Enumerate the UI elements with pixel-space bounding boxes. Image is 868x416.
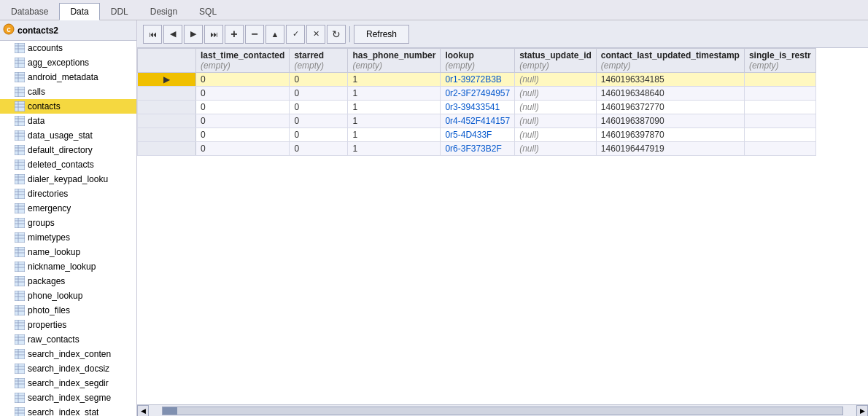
sidebar-item-agg_exceptions[interactable]: agg_exceptions (0, 55, 136, 70)
sidebar-item-directories[interactable]: directories (0, 187, 136, 201)
sidebar-item-data_usage_stat[interactable]: data_usage_stat (0, 128, 136, 143)
sidebar-item-search_index_segdir[interactable]: search_index_segdir (0, 376, 136, 391)
first-button[interactable]: ⏮ (143, 25, 162, 44)
svg-rect-74 (15, 305, 25, 315)
sidebar-item-phone_lookup[interactable]: phone_lookup (0, 289, 136, 303)
sidebar-item-search_index_stat[interactable]: search_index_stat (0, 405, 136, 416)
table-icon (15, 58, 25, 68)
sidebar-item-label: deleted_contacts (28, 160, 94, 170)
sidebar-item-accounts[interactable]: accounts (0, 41, 136, 55)
table-icon (15, 393, 25, 403)
next-button[interactable]: ▶ (184, 25, 203, 44)
sidebar-item-search_index_docsiz[interactable]: search_index_docsiz (0, 361, 136, 376)
sidebar-item-emergency[interactable]: emergency (0, 201, 136, 216)
table-icon (15, 130, 25, 141)
prev-button[interactable]: ◀ (163, 25, 182, 44)
col-filter: (empty) (352, 60, 435, 71)
table-row[interactable]: 0010r3-39433541(null)1460196372770 (138, 101, 816, 114)
lookup-value: 0r3-39433541 (445, 102, 500, 112)
sidebar-item-deleted_contacts[interactable]: deleted_contacts (0, 157, 136, 172)
check-button[interactable]: ✓ (286, 25, 305, 44)
sidebar-item-mimetypes[interactable]: mimetypes (0, 230, 136, 245)
sidebar-item-contacts[interactable]: contacts (0, 99, 136, 114)
data-grid-container[interactable]: last_time_contacted(empty)starred(empty)… (137, 48, 868, 404)
cell-status_update_id: (null) (515, 87, 597, 101)
toolbar: ⏮ ◀ ▶ ⏭ + − ▲ ✓ ✕ ↻ Refresh (137, 20, 868, 48)
cancel-button[interactable]: ✕ (306, 25, 325, 44)
sidebar-item-label: packages (28, 276, 65, 286)
cell-starred: 0 (290, 101, 348, 114)
row-indicator (138, 101, 196, 114)
tab-data[interactable]: Data (59, 3, 99, 20)
num-value: 0 (294, 116, 299, 126)
cell-contact_last_updated_timestamp: 1460196348640 (596, 87, 744, 101)
svg-rect-70 (15, 291, 25, 301)
table-row[interactable]: 0010r6-3F373B2F(null)1460196447919 (138, 142, 816, 156)
col-header-has_phone_number: has_phone_number(empty) (348, 49, 441, 73)
num-value: 1 (352, 102, 357, 112)
sidebar-item-dialer_keypad_looku[interactable]: dialer_keypad_looku (0, 172, 136, 187)
sidebar-item-raw_contacts[interactable]: raw_contacts (0, 332, 136, 347)
tab-ddl[interactable]: DDL (100, 2, 139, 20)
table-icon (15, 320, 25, 330)
tab-design[interactable]: Design (139, 2, 188, 20)
last-button[interactable]: ⏭ (204, 25, 223, 44)
main-layout: c contacts2 accounts agg_exceptions andr… (0, 20, 868, 416)
refresh-button[interactable]: Refresh (354, 25, 409, 44)
sidebar-header: c contacts2 (0, 20, 136, 41)
table-icon (15, 232, 25, 243)
sidebar-item-default_directory[interactable]: default_directory (0, 143, 136, 157)
tab-sql[interactable]: SQL (188, 2, 228, 20)
content-area: ⏮ ◀ ▶ ⏭ + − ▲ ✓ ✕ ↻ Refresh last_time_co… (137, 20, 868, 416)
sidebar-item-packages[interactable]: packages (0, 274, 136, 289)
table-icon (15, 87, 25, 97)
cell-has_phone_number: 1 (348, 128, 441, 142)
table-row[interactable]: 0010r4-452F414157(null)1460196387090 (138, 114, 816, 128)
cell-contact_last_updated_timestamp: 1460196387090 (596, 114, 744, 128)
sidebar-item-photo_files[interactable]: photo_files (0, 303, 136, 318)
num-value: 0 (294, 102, 299, 112)
add-button[interactable]: + (225, 25, 244, 44)
col-name: has_phone_number (352, 50, 435, 60)
tab-database[interactable]: Database (0, 2, 59, 20)
table-row[interactable]: 0010r5-4D433F(null)1460196397870 (138, 128, 816, 142)
sidebar-item-groups[interactable]: groups (0, 216, 136, 230)
table-row[interactable]: 0010r2-3F27494957(null)1460196348640 (138, 87, 816, 101)
sidebar-item-label: search_index_stat (28, 407, 98, 416)
table-icon (15, 203, 25, 213)
sidebar-item-data[interactable]: data (0, 114, 136, 128)
delete-button[interactable]: − (245, 25, 264, 44)
column-headers-row: last_time_contacted(empty)starred(empty)… (138, 49, 816, 73)
sidebar-item-label: photo_files (28, 305, 70, 315)
cell-lookup: 0r4-452F414157 (441, 114, 515, 128)
sidebar-item-label: calls (28, 87, 45, 97)
sidebar-item-calls[interactable]: calls (0, 85, 136, 99)
h-scrollbar-track[interactable] (162, 407, 843, 415)
sidebar-item-search_index_conten[interactable]: search_index_conten (0, 347, 136, 361)
sidebar-item-name_lookup[interactable]: name_lookup (0, 245, 136, 259)
sidebar-item-label: search_index_conten (28, 349, 111, 359)
move-up-button[interactable]: ▲ (266, 25, 284, 44)
cell-starred: 0 (290, 87, 348, 101)
scroll-left-button[interactable]: ◀ (137, 405, 149, 417)
sidebar-item-properties[interactable]: properties (0, 318, 136, 332)
cell-single_is_restr (744, 128, 815, 142)
sidebar-items-container: accounts agg_exceptions android_metadata… (0, 41, 136, 416)
sidebar-item-android_metadata[interactable]: android_metadata (0, 70, 136, 85)
svg-rect-94 (15, 378, 25, 388)
sidebar-item-nickname_lookup[interactable]: nickname_lookup (0, 259, 136, 274)
row-indicator (138, 114, 196, 128)
table-icon (15, 364, 25, 374)
cell-has_phone_number: 1 (348, 87, 441, 101)
sidebar-item-label: directories (28, 189, 68, 199)
col-header-lookup: lookup(empty) (441, 49, 515, 73)
scroll-right-button[interactable]: ▶ (856, 405, 868, 417)
refresh-icon-button[interactable]: ↻ (327, 25, 346, 44)
svg-rect-26 (15, 130, 25, 141)
sidebar-item-label: contacts (28, 101, 61, 111)
sidebar-item-search_index_segme[interactable]: search_index_segme (0, 391, 136, 405)
table-row[interactable]: ▶0010r1-39272B3B(null)1460196334185 (138, 73, 816, 87)
horizontal-scrollbar[interactable]: ◀ ▶ (137, 404, 868, 416)
sidebar-item-label: default_directory (28, 145, 93, 155)
sidebar-item-label: emergency (28, 203, 71, 213)
